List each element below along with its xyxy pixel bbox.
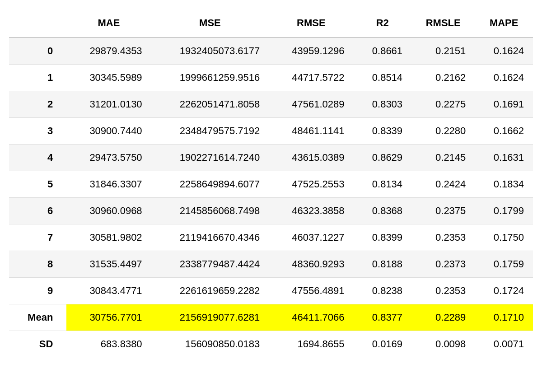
table-row: 029879.43531932405073.617743959.12960.86…: [9, 37, 533, 65]
mae-cell: 31201.0130: [66, 91, 151, 118]
r2-cell: 0.8134: [353, 171, 411, 198]
metrics-table: MAE MSE RMSE R2 RMSLE MAPE 029879.435319…: [9, 9, 533, 357]
r2-cell: 0.8661: [353, 37, 411, 65]
mape-cell: 0.1691: [475, 91, 533, 118]
index-cell: 4: [9, 145, 66, 171]
mape-cell: 0.1624: [475, 65, 533, 91]
rmsle-cell: 0.2151: [411, 37, 475, 65]
table-row: 531846.33072258649894.607747525.25530.81…: [9, 171, 533, 198]
rmse-cell: 46323.3858: [269, 198, 353, 224]
index-cell: 6: [9, 198, 66, 224]
col-header-index: [9, 9, 66, 37]
index-cell: 7: [9, 224, 66, 251]
col-header-rmsle: RMSLE: [411, 9, 475, 37]
rmsle-cell: 0.2280: [411, 118, 475, 145]
mae-cell: 31846.3307: [66, 171, 151, 198]
rmse-cell: 47561.0289: [269, 91, 353, 118]
r2-cell: 0.8368: [353, 198, 411, 224]
table-row: 730581.98022119416670.434646037.12270.83…: [9, 224, 533, 251]
r2-cell: 0.8629: [353, 145, 411, 171]
col-header-rmse: RMSE: [269, 9, 353, 37]
mean-mape: 0.1710: [475, 304, 533, 331]
mean-mae: 30756.7701: [66, 304, 151, 331]
mae-cell: 29879.4353: [66, 37, 151, 65]
sd-rmse: 1694.8655: [269, 331, 353, 358]
mape-cell: 0.1724: [475, 278, 533, 304]
mean-row: Mean30756.77012156919077.628146411.70660…: [9, 304, 533, 331]
rmse-cell: 47556.4891: [269, 278, 353, 304]
table-row: 231201.01302262051471.805847561.02890.83…: [9, 91, 533, 118]
mape-cell: 0.1662: [475, 118, 533, 145]
mape-cell: 0.1759: [475, 251, 533, 278]
rmse-cell: 47525.2553: [269, 171, 353, 198]
rmsle-cell: 0.2353: [411, 224, 475, 251]
mae-cell: 30900.7440: [66, 118, 151, 145]
col-header-r2: R2: [353, 9, 411, 37]
sd-mse: 156090850.0183: [151, 331, 269, 358]
rmse-cell: 48360.9293: [269, 251, 353, 278]
rmsle-cell: 0.2373: [411, 251, 475, 278]
table-row: 130345.59891999661259.951644717.57220.85…: [9, 65, 533, 91]
index-cell: 5: [9, 171, 66, 198]
mse-cell: 1902271614.7240: [151, 145, 269, 171]
sd-label: SD: [9, 331, 66, 358]
rmsle-cell: 0.2353: [411, 278, 475, 304]
mape-cell: 0.1624: [475, 37, 533, 65]
mae-cell: 30581.9802: [66, 224, 151, 251]
mse-cell: 1999661259.9516: [151, 65, 269, 91]
table-row: 831535.44972338779487.442448360.92930.81…: [9, 251, 533, 278]
mse-cell: 2258649894.6077: [151, 171, 269, 198]
mape-cell: 0.1631: [475, 145, 533, 171]
index-cell: 2: [9, 91, 66, 118]
rmsle-cell: 0.2162: [411, 65, 475, 91]
r2-cell: 0.8238: [353, 278, 411, 304]
rmse-cell: 43959.1296: [269, 37, 353, 65]
r2-cell: 0.8188: [353, 251, 411, 278]
mse-cell: 2261619659.2282: [151, 278, 269, 304]
rmsle-cell: 0.2375: [411, 198, 475, 224]
index-cell: 3: [9, 118, 66, 145]
rmsle-cell: 0.2275: [411, 91, 475, 118]
index-cell: 8: [9, 251, 66, 278]
r2-cell: 0.8514: [353, 65, 411, 91]
mean-label: Mean: [9, 304, 66, 331]
mse-cell: 2262051471.8058: [151, 91, 269, 118]
index-cell: 0: [9, 37, 66, 65]
col-header-mape: MAPE: [475, 9, 533, 37]
sd-r2: 0.0169: [353, 331, 411, 358]
rmsle-cell: 0.2145: [411, 145, 475, 171]
r2-cell: 0.8339: [353, 118, 411, 145]
mse-cell: 2145856068.7498: [151, 198, 269, 224]
sd-mape: 0.0071: [475, 331, 533, 358]
rmse-cell: 44717.5722: [269, 65, 353, 91]
mae-cell: 30843.4771: [66, 278, 151, 304]
mse-cell: 2338779487.4424: [151, 251, 269, 278]
metrics-table-container: MAE MSE RMSE R2 RMSLE MAPE 029879.435319…: [9, 9, 533, 357]
mape-cell: 0.1750: [475, 224, 533, 251]
mse-cell: 2119416670.4346: [151, 224, 269, 251]
col-header-mae: MAE: [66, 9, 151, 37]
mae-cell: 30960.0968: [66, 198, 151, 224]
mae-cell: 31535.4497: [66, 251, 151, 278]
col-header-mse: MSE: [151, 9, 269, 37]
header-row: MAE MSE RMSE R2 RMSLE MAPE: [9, 9, 533, 37]
mean-r2: 0.8377: [353, 304, 411, 331]
rmse-cell: 46037.1227: [269, 224, 353, 251]
sd-row: SD683.8380156090850.01831694.86550.01690…: [9, 331, 533, 358]
r2-cell: 0.8303: [353, 91, 411, 118]
mse-cell: 1932405073.6177: [151, 37, 269, 65]
mae-cell: 29473.5750: [66, 145, 151, 171]
index-cell: 9: [9, 278, 66, 304]
mape-cell: 0.1799: [475, 198, 533, 224]
table-row: 630960.09682145856068.749846323.38580.83…: [9, 198, 533, 224]
table-row: 930843.47712261619659.228247556.48910.82…: [9, 278, 533, 304]
rmsle-cell: 0.2424: [411, 171, 475, 198]
r2-cell: 0.8399: [353, 224, 411, 251]
mape-cell: 0.1834: [475, 171, 533, 198]
mean-mse: 2156919077.6281: [151, 304, 269, 331]
mean-rmsle: 0.2289: [411, 304, 475, 331]
rmse-cell: 48461.1141: [269, 118, 353, 145]
sd-mae: 683.8380: [66, 331, 151, 358]
sd-rmsle: 0.0098: [411, 331, 475, 358]
mae-cell: 30345.5989: [66, 65, 151, 91]
